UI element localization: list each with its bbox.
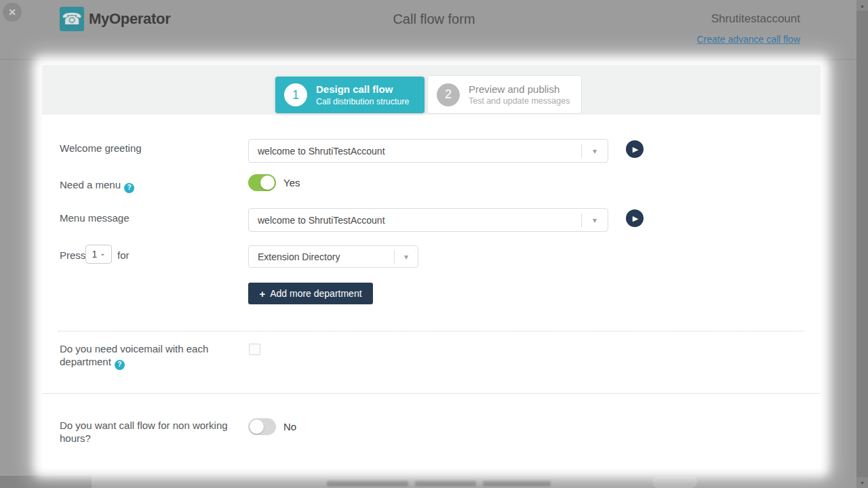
add-more-department-button[interactable]: + Add more department — [248, 283, 373, 304]
caret-down-icon: ▾ — [395, 252, 418, 262]
tab-design-call-flow[interactable]: 1 Design call flow Call distribution str… — [275, 77, 425, 113]
menu-message-label: Menu message — [60, 212, 130, 225]
non-working-hours-label: Do you want call flow for non working ho… — [60, 420, 233, 445]
help-icon[interactable]: ? — [124, 183, 134, 193]
call-flow-form-panel: 1 Design call flow Call distribution str… — [42, 65, 821, 468]
menu-message-value: welcome to ShrutiTestAccount — [258, 215, 581, 226]
play-icon: ▶ — [633, 214, 638, 223]
tab-1-subtitle: Call distribution structure — [316, 96, 410, 107]
department-dropdown[interactable]: Extension Directory ▾ — [248, 245, 418, 268]
voicemail-label: Do you need voicemail with each departme… — [60, 343, 217, 370]
dotted-divider — [58, 331, 804, 331]
account-name: Shrutitestaccount — [711, 12, 800, 26]
non-working-hours-state: No — [283, 421, 296, 432]
dimmed-text-fragment — [327, 481, 551, 486]
welcome-greeting-value: welcome to ShrutiTestAccount — [258, 146, 581, 157]
play-icon: ▶ — [633, 145, 638, 154]
press-key-select[interactable]: 1 ⌄ — [85, 245, 112, 264]
scroll-up-icon[interactable]: ▲ — [856, 0, 868, 11]
voicemail-checkbox[interactable] — [249, 344, 260, 355]
help-icon[interactable]: ? — [115, 360, 125, 370]
add-more-department-label: Add more department — [270, 288, 361, 299]
need-menu-state: Yes — [283, 177, 300, 188]
scroll-down-icon[interactable]: ▼ — [856, 477, 868, 488]
tab-2-title: Preview and publish — [469, 83, 570, 96]
caret-down-icon: ▾ — [582, 146, 608, 156]
need-menu-toggle[interactable] — [248, 174, 276, 191]
welcome-greeting-label: Welcome greeting — [60, 142, 142, 155]
app-header: ✕ ☎ MyOperator Call flow form Shrutitest… — [0, 0, 868, 60]
tab-2-number: 2 — [437, 83, 460, 106]
toggle-knob — [250, 420, 264, 434]
create-advance-call-flow-link[interactable]: Create advance call flow — [696, 34, 800, 45]
menu-message-play-button[interactable]: ▶ — [626, 209, 644, 227]
tab-preview-and-publish[interactable]: 2 Preview and publish Test and update me… — [427, 75, 582, 114]
welcome-greeting-play-button[interactable]: ▶ — [626, 140, 644, 158]
welcome-greeting-dropdown[interactable]: welcome to ShrutiTestAccount ▾ — [248, 139, 608, 163]
press-key-value: 1 — [92, 249, 97, 260]
menu-message-dropdown[interactable]: welcome to ShrutiTestAccount ▾ — [248, 208, 608, 232]
dimmed-toggle-fragment — [652, 476, 697, 488]
department-value: Extension Directory — [258, 251, 394, 262]
tab-2-subtitle: Test and update messages — [469, 96, 570, 106]
section-divider — [42, 393, 821, 394]
tab-1-title: Design call flow — [316, 83, 410, 96]
page-scrollbar[interactable]: ▲ ▼ — [856, 0, 868, 488]
caret-down-icon: ▾ — [582, 216, 608, 225]
non-working-hours-toggle[interactable] — [248, 418, 276, 435]
press-suffix-label: for — [117, 249, 130, 262]
dimmed-sidebar-fragment — [0, 476, 92, 488]
tab-1-number: 1 — [284, 83, 307, 106]
need-menu-label: Need a menu? — [60, 179, 134, 193]
plus-icon: + — [259, 288, 265, 300]
chevron-down-icon: ⌄ — [100, 249, 105, 257]
press-prefix-label: Press — [60, 249, 85, 262]
toggle-knob — [260, 176, 275, 190]
